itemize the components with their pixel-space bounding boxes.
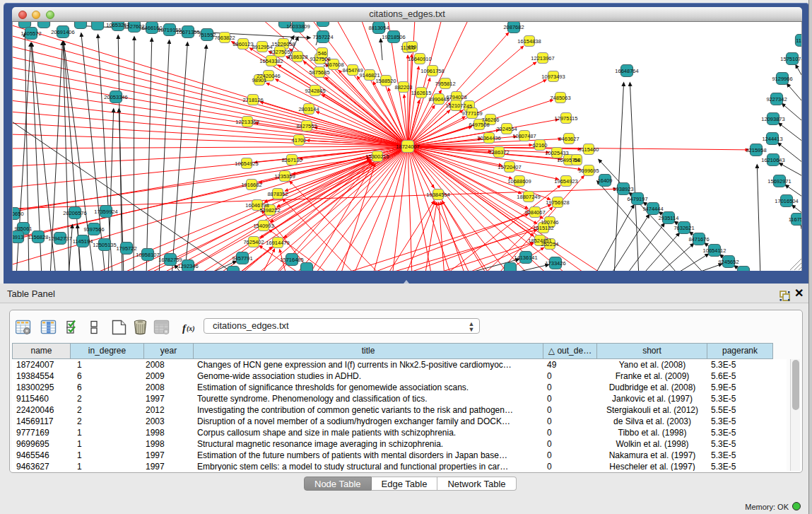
svg-text:7357224: 7357224 bbox=[312, 34, 333, 40]
svg-text:10025433: 10025433 bbox=[545, 150, 568, 156]
svg-text:9463627: 9463627 bbox=[558, 136, 579, 142]
svg-text:9397566: 9397566 bbox=[83, 226, 104, 233]
svg-text:15226058: 15226058 bbox=[271, 41, 295, 47]
svg-text:8215958: 8215958 bbox=[746, 147, 766, 153]
svg-text:10958107: 10958107 bbox=[136, 252, 159, 258]
svg-text:10807487: 10807487 bbox=[512, 133, 536, 139]
svg-text:41700: 41700 bbox=[292, 137, 307, 144]
svg-text:1540993: 1540993 bbox=[253, 223, 273, 229]
svg-text:9115460: 9115460 bbox=[579, 146, 599, 153]
svg-text:9457791: 9457791 bbox=[232, 255, 252, 262]
svg-text:7625402: 7625402 bbox=[243, 239, 264, 245]
svg-text:1733426: 1733426 bbox=[545, 260, 565, 267]
svg-text:7485063: 7485063 bbox=[550, 95, 570, 101]
svg-text:7955812: 7955812 bbox=[435, 81, 455, 87]
svg-text:18807249: 18807249 bbox=[517, 194, 540, 200]
svg-text:2087682: 2087682 bbox=[503, 24, 524, 30]
svg-text:3913: 3913 bbox=[13, 234, 23, 240]
svg-text:116753: 116753 bbox=[789, 216, 802, 223]
svg-text:7663822: 7663822 bbox=[214, 35, 235, 41]
svg-text:9084067: 9084067 bbox=[524, 209, 545, 216]
svg-text:8186328: 8186328 bbox=[287, 54, 307, 60]
svg-text:935061: 935061 bbox=[14, 226, 32, 232]
svg-text:15751074: 15751074 bbox=[780, 56, 802, 62]
svg-text:1162615: 1162615 bbox=[411, 90, 432, 96]
svg-text:45: 45 bbox=[466, 103, 472, 110]
svg-text:252254: 252254 bbox=[541, 241, 558, 247]
svg-text:9474444: 9474444 bbox=[642, 206, 663, 212]
svg-text:5260650: 5260650 bbox=[13, 211, 24, 217]
svg-text:2867608: 2867608 bbox=[323, 62, 343, 68]
svg-text:10961758: 10961758 bbox=[420, 68, 444, 74]
svg-text:882203: 882203 bbox=[394, 84, 412, 90]
svg-text:98901: 98901 bbox=[252, 77, 267, 83]
svg-text:19384554: 19384554 bbox=[426, 192, 449, 198]
svg-text:17016504: 17016504 bbox=[775, 198, 798, 204]
svg-text:64: 64 bbox=[574, 157, 579, 163]
svg-text:12975115: 12975115 bbox=[555, 115, 578, 122]
svg-text:3024554: 3024554 bbox=[496, 126, 517, 132]
svg-text:8878352: 8878352 bbox=[267, 191, 288, 197]
svg-text:6479197: 6479197 bbox=[627, 196, 647, 202]
svg-text:10654112: 10654112 bbox=[703, 247, 726, 254]
svg-text:15716485: 15716485 bbox=[280, 257, 303, 263]
svg-text:1244413: 1244413 bbox=[762, 136, 782, 142]
svg-text:8860123: 8860123 bbox=[233, 41, 253, 47]
svg-text:12505135: 12505135 bbox=[93, 242, 116, 248]
svg-text:1292346: 1292346 bbox=[177, 263, 198, 269]
svg-text:8427552: 8427552 bbox=[296, 123, 317, 129]
svg-text:9777169: 9777169 bbox=[461, 110, 482, 117]
svg-text:16640910: 16640910 bbox=[408, 56, 431, 62]
svg-text:14136141: 14136141 bbox=[514, 255, 537, 261]
svg-text:12213967: 12213967 bbox=[531, 55, 554, 62]
svg-text:419: 419 bbox=[408, 44, 417, 50]
svg-text:1405572: 1405572 bbox=[20, 30, 41, 37]
svg-text:1916682: 1916682 bbox=[241, 182, 261, 188]
svg-text:18724007: 18724007 bbox=[396, 144, 419, 150]
svg-text:19218506: 19218506 bbox=[382, 34, 405, 40]
svg-text:12093873: 12093873 bbox=[761, 116, 784, 122]
svg-text:9129966: 9129966 bbox=[772, 76, 792, 82]
svg-text:8471676: 8471676 bbox=[688, 236, 709, 243]
svg-text:16033809: 16033809 bbox=[286, 23, 310, 30]
svg-text:1112: 1112 bbox=[796, 37, 802, 44]
svg-text:16648764: 16648764 bbox=[615, 68, 638, 74]
svg-text:20206576: 20206576 bbox=[63, 210, 86, 216]
svg-text:9242845: 9242845 bbox=[305, 88, 325, 94]
svg-text:5498222: 5498222 bbox=[259, 207, 280, 214]
svg-text:20364436: 20364436 bbox=[477, 135, 500, 141]
svg-text:16210643: 16210643 bbox=[761, 157, 784, 163]
svg-text:746266: 746266 bbox=[481, 117, 499, 123]
svg-text:16543382: 16543382 bbox=[259, 58, 283, 64]
svg-text:6794028: 6794028 bbox=[446, 94, 466, 100]
svg-text:9245652: 9245652 bbox=[718, 259, 739, 265]
svg-text:12213369: 12213369 bbox=[235, 119, 259, 125]
svg-text:1621072: 1621072 bbox=[445, 103, 466, 109]
svg-text:15692971: 15692971 bbox=[767, 178, 791, 185]
svg-text:15720407: 15720407 bbox=[498, 164, 521, 170]
svg-text:19756928: 19756928 bbox=[546, 199, 569, 206]
svg-text:2803144: 2803144 bbox=[298, 106, 319, 112]
svg-text:16914479: 16914479 bbox=[266, 240, 289, 246]
svg-text:5938923: 5938923 bbox=[613, 186, 633, 192]
svg-text:2935114: 2935114 bbox=[659, 215, 679, 221]
svg-text:7386372: 7386372 bbox=[488, 149, 509, 156]
svg-text:1156828: 1156828 bbox=[28, 234, 49, 240]
svg-text:10654925: 10654925 bbox=[235, 160, 258, 167]
svg-text:8813054: 8813054 bbox=[368, 25, 389, 31]
svg-text:1588520: 1588520 bbox=[375, 78, 396, 84]
svg-text:16409: 16409 bbox=[598, 177, 613, 184]
svg-text:19654923: 19654923 bbox=[554, 178, 577, 185]
svg-text:7632621: 7632621 bbox=[673, 225, 694, 231]
svg-text:1145194: 1145194 bbox=[73, 238, 93, 245]
svg-text:10973493: 10973493 bbox=[541, 74, 565, 80]
svg-text:2718126: 2718126 bbox=[242, 97, 263, 103]
svg-text:20691406: 20691406 bbox=[51, 29, 74, 35]
svg-text:12942737: 12942737 bbox=[48, 235, 71, 242]
svg-text:1615132: 1615132 bbox=[533, 225, 553, 231]
svg-text:546: 546 bbox=[318, 50, 327, 57]
svg-text:8267130: 8267130 bbox=[281, 157, 302, 163]
svg-text:(x): (x) bbox=[187, 325, 195, 333]
svg-text:9699695: 9699695 bbox=[578, 168, 599, 174]
svg-text:10688609: 10688609 bbox=[507, 178, 531, 185]
